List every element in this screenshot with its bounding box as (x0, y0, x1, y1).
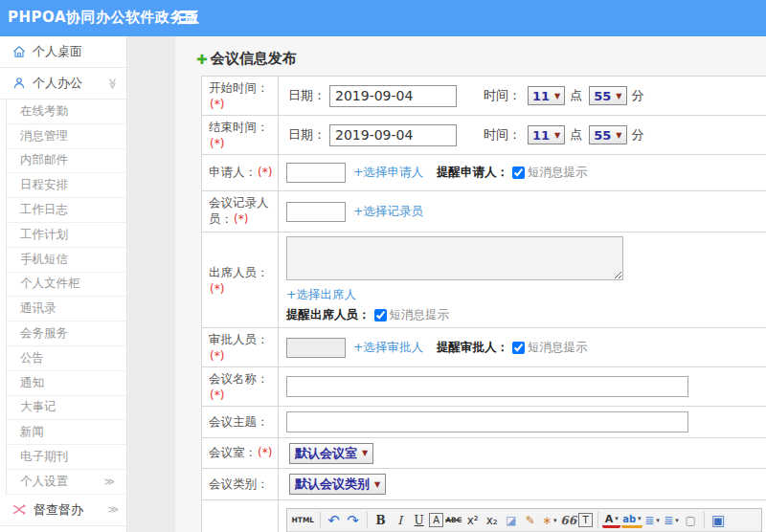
choose-recorder-link[interactable]: +选择记录员 (353, 204, 423, 220)
sidebar-item-announcements[interactable]: 公告 (7, 346, 126, 371)
styled-text-icon[interactable]: A (429, 513, 443, 527)
toolbar-separator (320, 512, 321, 528)
bold-icon[interactable]: B (372, 511, 390, 529)
sidebar-item-label: 督查督办 (34, 501, 107, 519)
new-page-icon[interactable]: ▢ (682, 511, 700, 529)
approver-sms-checkbox[interactable] (512, 342, 525, 354)
home-icon (12, 45, 26, 58)
end-date-input[interactable] (329, 124, 457, 146)
sidebar-item-sms[interactable]: 手机短信 (7, 248, 126, 273)
meeting-room-select[interactable]: 默认会议室▼ (289, 443, 373, 464)
redo-icon[interactable]: ↷ (344, 511, 362, 529)
required-mark: (*) (234, 212, 248, 226)
sidebar-item-file-cabinet[interactable]: 个人文件柜 (7, 273, 126, 298)
required-mark: (*) (210, 388, 224, 402)
field-label: 申请人： (209, 165, 257, 179)
form-row-editor: HTML↶↷BIUAABCx²x₂◪✎∗▾66TA▾ab▾≣▾≣▾▢▣ 自定义标… (202, 500, 766, 532)
unordered-list-icon[interactable]: ≣▾ (663, 511, 681, 529)
underline-icon[interactable]: U (410, 511, 428, 529)
sidebar-item-work-log[interactable]: 工作日志 (7, 198, 126, 223)
choose-applicant-link[interactable]: +选择申请人 (353, 165, 423, 181)
meeting-type-select[interactable]: 默认会议类别▼ (289, 474, 386, 495)
toolbar-separator (704, 512, 705, 528)
sidebar-item-supervision[interactable]: 督查督办 ≫ (0, 495, 126, 526)
end-minute-select[interactable]: 55▼ (589, 125, 626, 144)
sidebar-item-label: 个人办公 (33, 75, 107, 92)
undo-icon[interactable]: ↶ (325, 511, 343, 529)
sidebar-item-notices[interactable]: 通知 (7, 371, 126, 396)
fullscreen-icon[interactable]: ▣ (710, 511, 728, 529)
attendees-textarea[interactable] (286, 236, 623, 280)
sidebar-item-news[interactable]: 新闻 (7, 420, 126, 445)
applicant-sms-checkbox[interactable] (512, 166, 525, 179)
start-date-input[interactable] (329, 85, 457, 107)
sidebar-item-events[interactable]: 大事记 (7, 396, 126, 421)
sidebar-item-internal-mail[interactable]: 内部邮件 (7, 149, 126, 174)
shuffle-icon (12, 503, 27, 516)
remind-label: 提醒申请人： (437, 165, 508, 181)
end-hour-select[interactable]: 11▼ (528, 125, 565, 144)
chevron-down-icon: ≫ (107, 78, 120, 89)
choose-attendees-link[interactable]: +选择出席人 (286, 287, 356, 303)
clean-brush-icon[interactable]: ✎ (521, 511, 539, 529)
form-row-start-time: 开始时间：(*) 日期： 时间： 11▼ 点 55▼ 分 (202, 77, 766, 116)
field-label: 会议类别： (209, 477, 269, 491)
sms-label: 短消息提示 (528, 165, 588, 181)
applicant-input[interactable] (286, 163, 346, 183)
minute-unit-label: 分 (632, 126, 644, 144)
form-row-approver: 审批人员：(*) +选择审批人 提醒审批人： 短消息提示 (202, 328, 766, 367)
format-painter-icon[interactable]: ∗▾ (540, 511, 558, 529)
time-label: 时间： (484, 126, 521, 144)
font-color-icon[interactable]: A▾ (602, 513, 620, 528)
sidebar: 个人桌面 个人办公 ≫ 在线考勤 消息管理 内部邮件 日程安排 工作日志 工作计… (0, 36, 127, 532)
start-hour-select[interactable]: 11▼ (528, 86, 565, 105)
html-source-button[interactable]: HTML (291, 511, 316, 529)
form-row-recorder: 会议记录人员：(*) +选择记录员 (202, 191, 766, 233)
field-label: 审批人员： (209, 332, 269, 346)
sidebar-item-contacts[interactable]: 通讯录 (7, 297, 126, 321)
ordered-list-icon[interactable]: ≣▾ (643, 511, 662, 529)
superscript-icon[interactable]: x² (463, 511, 482, 529)
sidebar-item-schedule[interactable]: 日程安排 (7, 173, 126, 198)
attendees-sms-checkbox[interactable] (374, 309, 387, 321)
content-gutter (128, 36, 175, 532)
meeting-name-input[interactable] (286, 376, 688, 397)
field-label: 会议名称： (209, 371, 269, 386)
hamburger-menu-icon[interactable] (180, 11, 196, 26)
meeting-subject-input[interactable] (286, 411, 688, 432)
app-header: PHPOA协同办公软件政务版 (0, 0, 766, 36)
time-label: 时间： (484, 87, 521, 104)
start-minute-select[interactable]: 55▼ (589, 86, 626, 105)
toolbar-separator (367, 512, 368, 528)
form-row-meeting-room: 会议室：(*) 默认会议室▼ (202, 438, 766, 469)
sidebar-item-office[interactable]: 个人办公 ≫ (0, 68, 126, 100)
remind-label: 提醒审批人： (437, 340, 508, 356)
approver-input[interactable] (286, 338, 346, 358)
subscript-icon[interactable]: x₂ (483, 511, 501, 529)
sidebar-item-messages[interactable]: 消息管理 (7, 124, 126, 149)
sidebar-item-meeting-services[interactable]: 会务服务 (7, 321, 126, 346)
sidebar-item-desktop[interactable]: 个人桌面 (0, 36, 126, 68)
sidebar-item-attendance[interactable]: 在线考勤 (7, 100, 126, 124)
choose-approver-link[interactable]: +选择审批人 (353, 340, 423, 356)
toolbar-separator (597, 512, 598, 528)
page-title: 会议信息发布 (211, 50, 297, 68)
required-mark: (*) (210, 98, 224, 111)
sidebar-submenu: 在线考勤 消息管理 内部邮件 日程安排 工作日志 工作计划 手机短信 个人文件柜… (6, 100, 126, 495)
highlight-color-icon[interactable]: ab▾ (621, 513, 642, 528)
hour-unit-label: 点 (570, 126, 582, 144)
strikethrough-icon[interactable]: ABC (444, 511, 462, 529)
paste-text-icon[interactable]: T (578, 513, 593, 527)
blockquote-icon[interactable]: 66 (559, 511, 577, 529)
sidebar-item-e-journal[interactable]: 电子期刊 (7, 445, 126, 470)
italic-icon[interactable]: I (391, 511, 409, 529)
app-title: PHPOA协同办公软件政务版 (8, 9, 200, 27)
form-row-meeting-subject: 会议主题： (202, 407, 766, 438)
recorder-input[interactable] (286, 202, 346, 222)
field-label: 结束时间： (209, 120, 269, 134)
form-row-applicant: 申请人：(*) +选择申请人 提醒申请人： 短消息提示 (202, 155, 766, 191)
remove-format-eraser-icon[interactable]: ◪ (502, 511, 520, 529)
required-mark: (*) (258, 446, 272, 459)
sidebar-item-work-plan[interactable]: 工作计划 (7, 223, 126, 248)
sidebar-item-personal-settings[interactable]: 个人设置 ≫ (7, 470, 126, 495)
